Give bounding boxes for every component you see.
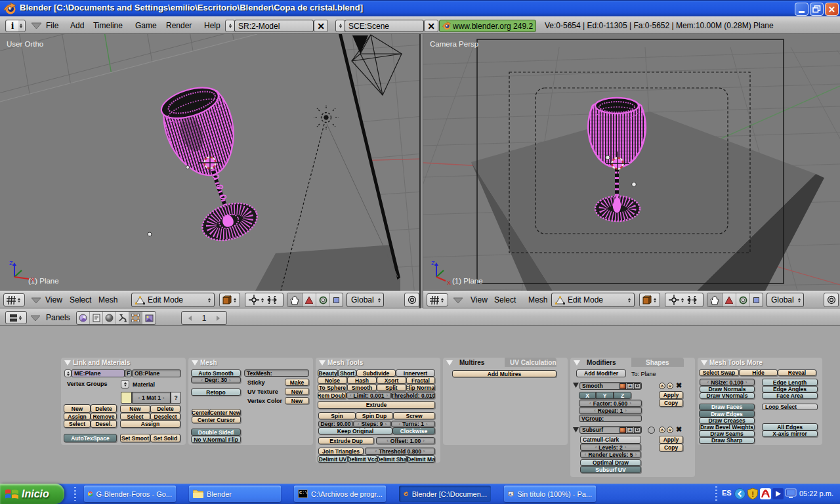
svg-text:Camera Persp: Camera Persp: [430, 40, 478, 48]
svg-text:X: X: [31, 276, 35, 283]
svg-text:!: !: [751, 490, 754, 498]
svg-text:Z: Z: [431, 260, 435, 266]
svg-text:Z: Z: [9, 260, 13, 266]
svg-text:X: X: [447, 280, 451, 286]
svg-text:User Ortho: User Ortho: [7, 40, 43, 48]
svg-text:(1) Plane: (1) Plane: [452, 277, 483, 285]
